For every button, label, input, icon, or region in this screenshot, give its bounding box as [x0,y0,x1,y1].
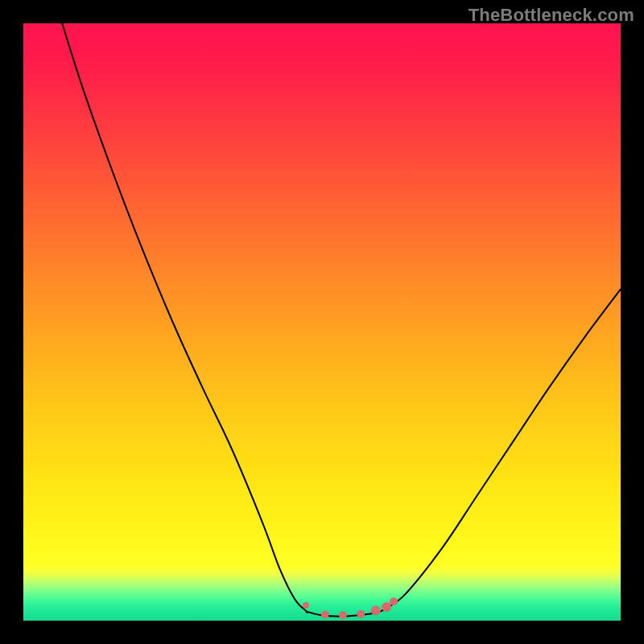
dot-floor-1 [321,611,329,619]
dot-floor-3 [357,610,365,618]
curve-line [62,23,621,617]
dot-right-rise-2 [382,602,391,612]
dot-floor-2 [339,611,347,619]
watermark-text: TheBottleneck.com [469,5,634,26]
bottleneck-curve [23,23,621,621]
dot-left-edge [303,602,309,609]
chart-stage: TheBottleneck.com [0,0,644,644]
dot-right-rise-3 [390,597,398,605]
dot-right-rise-1 [371,605,381,615]
